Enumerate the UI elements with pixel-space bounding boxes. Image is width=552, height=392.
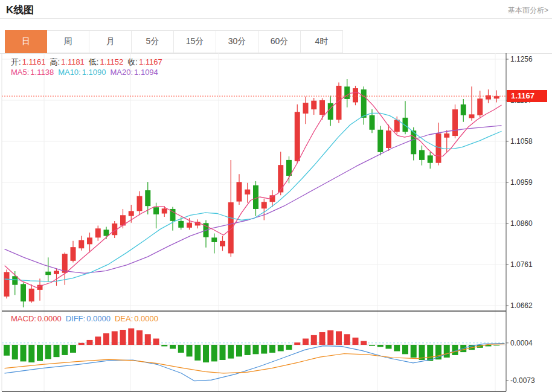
legend-label: DIFF: xyxy=(66,314,86,323)
axis-tick-label: 1.0761 xyxy=(510,260,533,269)
axis-tick-label: 0.0004 xyxy=(510,339,533,347)
legend-label: 高: xyxy=(50,57,60,66)
legend-label: 低: xyxy=(89,57,99,66)
legend-value: 0.0000 xyxy=(37,314,62,323)
axis-tick-label: 1.0662 xyxy=(510,301,533,310)
legend-label: MACD: xyxy=(11,314,36,323)
legend-label: 开: xyxy=(11,57,21,66)
axis-tick-label: 1.0860 xyxy=(510,219,533,228)
legend-label: MA10: xyxy=(58,68,81,77)
kline-app: K线图 基本面分析> 日周月5分15分30分60分4时 开:1.1161高:1.… xyxy=(0,0,552,392)
legend-value: 1.1094 xyxy=(134,68,158,77)
legend-value: 1.1152 xyxy=(100,57,123,66)
legend-value: 1.1161 xyxy=(22,57,46,66)
axis-tick-label: 1.0959 xyxy=(510,178,533,187)
legend-label: MA20: xyxy=(110,68,133,77)
legend-value: 1.1090 xyxy=(82,68,106,77)
axis-tick-label: -0.0073 xyxy=(510,376,535,385)
axis-tick-label: 1.1058 xyxy=(510,137,533,146)
legend-label: MA5: xyxy=(11,68,29,77)
axis-tick-label: 1.1256 xyxy=(510,55,533,63)
legend-value: 0.0000 xyxy=(86,314,111,323)
ma-legend: MA5:1.1138MA10:1.1090MA20:1.1094 xyxy=(11,68,162,77)
legend-label: 收: xyxy=(127,57,138,66)
legend-label: DEA: xyxy=(115,314,133,323)
legend-value: 0.0000 xyxy=(134,314,158,323)
ohlc-legend: 开:1.1161高:1.1181低:1.1152收:1.1167 xyxy=(11,57,167,68)
legend-value: 1.1181 xyxy=(61,57,85,66)
legend-value: 1.1138 xyxy=(30,68,54,77)
current-price-tag: 1.1167 xyxy=(507,90,547,102)
legend-value: 1.1167 xyxy=(139,57,162,66)
macd-legend: MACD:0.0000DIFF:0.0000DEA:0.0000 xyxy=(11,314,162,323)
